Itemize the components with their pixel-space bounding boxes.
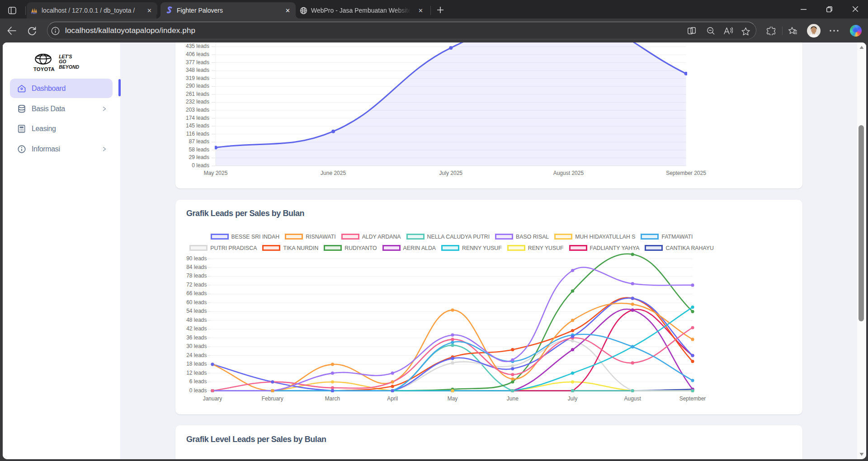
svg-text:BEYOND: BEYOND <box>59 64 79 70</box>
svg-text:PMA: PMA <box>31 11 37 14</box>
svg-text:TOYOTA: TOYOTA <box>33 66 55 72</box>
svg-text:GO: GO <box>59 59 66 64</box>
